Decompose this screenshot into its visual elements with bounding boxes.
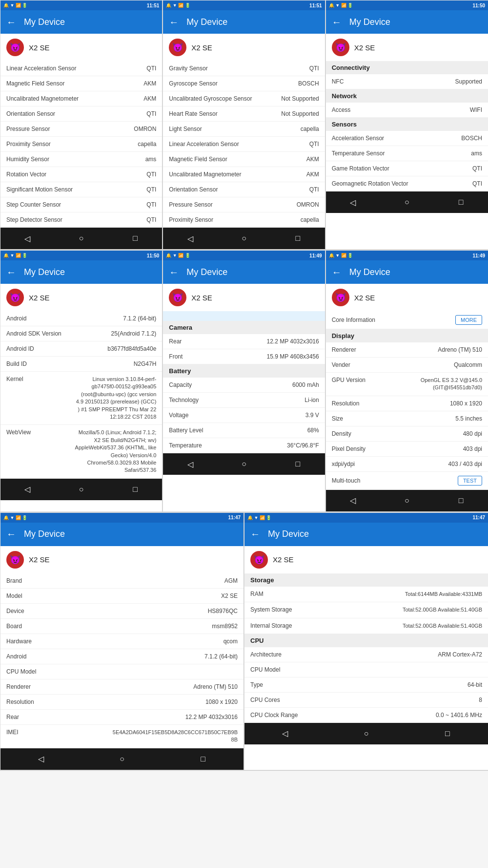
row-temp: Temperature Sensorams	[326, 146, 488, 161]
row-orientation2: Orientation SensorQTI	[163, 182, 325, 197]
row-board: Boardmsm8952	[0, 619, 244, 634]
row-gyroscope: Gyroscope SensorBOSCH	[163, 76, 325, 91]
section-connectivity: Connectivity	[326, 61, 488, 74]
section-cpu: CPU	[244, 634, 488, 647]
row-uncalib-mag: Uncalibrated MagnetometerAKM	[0, 91, 162, 106]
title-2-3: My Device	[349, 267, 390, 277]
topbar-2-1: ← My Device	[0, 260, 162, 284]
home-nav-1-3[interactable]: ○	[400, 198, 414, 207]
recent-nav-2-1[interactable]: □	[128, 485, 142, 494]
recent-nav-3-1[interactable]: □	[196, 755, 210, 763]
home-nav-3-2[interactable]: ○	[359, 729, 373, 738]
home-nav-2-3[interactable]: ○	[400, 496, 414, 505]
back-button-3-2[interactable]: ←	[250, 529, 260, 540]
time-2-3: 11:49	[472, 253, 485, 258]
topbar-1-2: ← My Device	[163, 10, 325, 34]
row-light: Light Sensorcapella	[163, 122, 325, 137]
recent-nav-1-3[interactable]: □	[454, 198, 468, 207]
home-nav-1-1[interactable]: ○	[74, 234, 89, 243]
screen-1-1: 🔔 ▼ 📶 🔋 11:51 ← My Device 😈 X2 SE Linear…	[0, 0, 163, 250]
row-architecture: ArchitectureARM Cortex-A72	[244, 647, 488, 662]
row-uncalib-mag2: Uncalibrated MagnetometerAKM	[163, 167, 325, 182]
back-button-1-2[interactable]: ←	[169, 17, 179, 28]
title-3-1: My Device	[24, 529, 65, 539]
device-name-2-1: X2 SE	[29, 294, 50, 302]
row-system-storage: System StorageTotal:52.00GB Available:51…	[244, 602, 488, 618]
device-header-2-3: 😈 X2 SE	[326, 284, 488, 311]
title-2-1: My Device	[24, 267, 65, 277]
row-type: Type64-bit	[244, 677, 488, 693]
back-nav-1-2[interactable]: ◁	[183, 234, 198, 243]
recent-nav-1-1[interactable]: □	[128, 234, 142, 243]
row-gpu-version: GPU VersionOpenGL ES 3.2 V@145.0 (GIT@I5…	[326, 373, 488, 396]
screen-2-2: 🔔 ▼ 📶 🔋 11:49 ← My Device 😈 X2 SE Camera…	[163, 250, 325, 512]
device-icon-2-3: 😈	[332, 289, 349, 306]
row-brand: BrandAGM	[0, 573, 244, 589]
row-cpu-model3: CPU Model	[0, 664, 244, 679]
status-icons-2-2: 🔔 ▼ 📶 🔋	[166, 253, 190, 258]
status-bar-2-1: 🔔 ▼ 📶 🔋 11:50	[0, 251, 162, 260]
home-nav-3-1[interactable]: ○	[115, 755, 129, 763]
info-list-1-1: Linear Acceleration SensorQTI Magnetic F…	[0, 61, 162, 228]
home-nav-2-2[interactable]: ○	[237, 460, 251, 468]
device-icon-1-2: 😈	[169, 39, 186, 56]
screen-2-1: 🔔 ▼ 📶 🔋 11:50 ← My Device 😈 X2 SE Androi…	[0, 250, 163, 512]
section-network: Network	[326, 89, 488, 103]
back-nav-3-1[interactable]: ◁	[34, 754, 48, 763]
back-button-1-1[interactable]: ←	[6, 17, 16, 28]
screen-3-1: 🔔 ▼ 📶 🔋 11:47 ← My Device 😈 X2 SE BrandA…	[0, 512, 244, 770]
row1: 🔔 ▼ 📶 🔋 11:51 ← My Device 😈 X2 SE Linear…	[0, 0, 488, 250]
row-multitouch: Multi-touch TEST	[326, 472, 488, 490]
time-2-1: 11:50	[147, 253, 160, 258]
recent-nav-2-2[interactable]: □	[290, 460, 305, 468]
back-nav-1-3[interactable]: ◁	[346, 198, 360, 207]
back-nav-2-1[interactable]: ◁	[20, 485, 35, 494]
row-battery-level: Battery Level68%	[163, 423, 325, 438]
device-header-2-2: 😈 X2 SE	[163, 284, 325, 311]
row-size: Size5.5 inches	[326, 411, 488, 426]
test-button[interactable]: TEST	[458, 476, 482, 486]
recent-nav-3-2[interactable]: □	[440, 729, 455, 738]
back-button-2-2[interactable]: ←	[169, 267, 179, 278]
device-name-1-2: X2 SE	[191, 43, 212, 52]
row-game-rot: Game Rotation VectorQTI	[326, 161, 488, 176]
back-nav-2-3[interactable]: ◁	[346, 496, 360, 505]
recent-nav-1-2[interactable]: □	[290, 234, 305, 243]
time-1-3: 11:50	[472, 3, 485, 8]
row-ram: RAMTotal:6144MB Available:4331MB	[244, 587, 488, 602]
device-icon-1-3: 😈	[332, 39, 349, 56]
back-nav-2-2[interactable]: ◁	[183, 460, 198, 469]
row-xdpi: xdpi/ydpi403 / 403 dpi	[326, 457, 488, 472]
nav-bar-2-3: ◁ ○ □	[326, 490, 488, 511]
row-access: AccessWIFI	[326, 103, 488, 118]
back-button-3-1[interactable]: ←	[6, 529, 16, 540]
row-magnetic: Magnetic Field SensorAKM	[0, 76, 162, 91]
home-nav-1-2[interactable]: ○	[237, 234, 251, 243]
row-hardware: Hardwareqcom	[0, 634, 244, 649]
nav-bar-3-1: ◁ ○ □	[0, 748, 244, 770]
back-button-1-3[interactable]: ←	[332, 17, 342, 28]
title-3-2: My Device	[268, 529, 309, 539]
recent-nav-2-3[interactable]: □	[454, 496, 468, 505]
status-bar-2-3: 🔔 ▼ 📶 🔋 11:49	[326, 251, 488, 260]
back-nav-3-2[interactable]: ◁	[278, 729, 292, 738]
status-bar-1-2: 🔔 ▼ 📶 🔋 11:51	[163, 0, 325, 10]
device-header-1-2: 😈 X2 SE	[163, 34, 325, 61]
row3: 🔔 ▼ 📶 🔋 11:47 ← My Device 😈 X2 SE BrandA…	[0, 512, 488, 771]
info-list-3-1: BrandAGM ModelX2 SE DeviceHS8976QC Board…	[0, 573, 244, 748]
more-button[interactable]: MORE	[455, 315, 482, 325]
row-uncalib-gyro: Uncalibrated Gyroscope SensorNot Support…	[163, 91, 325, 106]
back-button-2-1[interactable]: ←	[6, 267, 16, 278]
back-nav-1-1[interactable]: ◁	[20, 234, 35, 243]
home-nav-2-1[interactable]: ○	[74, 485, 89, 494]
screen-1-3: 🔔 ▼ 📶 🔋 11:50 ← My Device 😈 X2 SE Connec…	[325, 0, 488, 250]
back-button-2-3[interactable]: ←	[332, 267, 342, 278]
title-2-2: My Device	[186, 267, 227, 277]
topbar-2-2: ← My Device	[163, 260, 325, 284]
device-header-2-1: 😈 X2 SE	[0, 284, 162, 311]
device-header-1-3: 😈 X2 SE	[326, 34, 488, 61]
section-camera: Camera	[163, 321, 325, 334]
topbar-3-1: ← My Device	[0, 523, 244, 546]
nav-bar-1-2: ◁ ○ □	[163, 228, 325, 249]
row-rotation: Rotation VectorQTI	[0, 167, 162, 182]
